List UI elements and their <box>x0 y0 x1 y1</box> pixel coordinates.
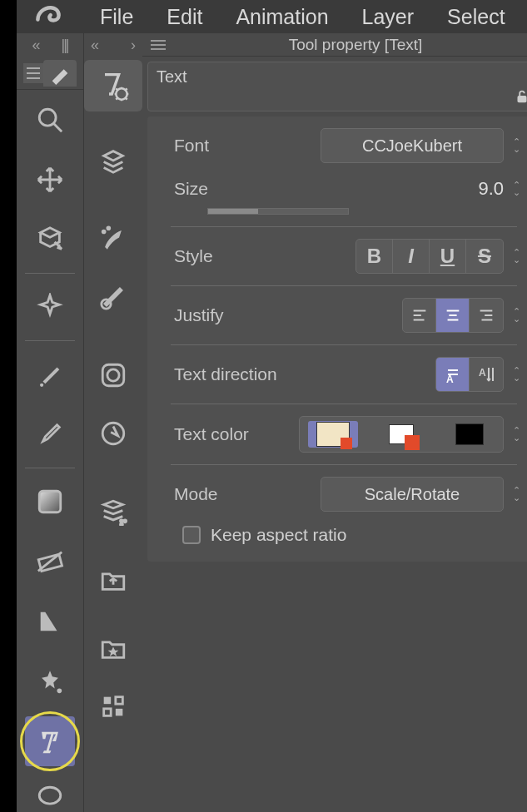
style-stepper[interactable]: ⌃⌄ <box>507 239 525 274</box>
aux-collapse-icon[interactable]: « <box>91 37 99 54</box>
layers-icon[interactable] <box>84 135 142 186</box>
pen-tab-icon[interactable] <box>43 60 77 87</box>
app-logo-icon <box>33 0 67 33</box>
text-color-label: Text color <box>174 424 299 444</box>
layer-stack-icon[interactable] <box>84 486 142 537</box>
font-dropdown[interactable]: CCJoeKubert <box>321 128 504 163</box>
menu-select[interactable]: Select <box>447 5 505 29</box>
subtool-text-settings[interactable] <box>84 60 142 111</box>
svg-point-7 <box>39 787 61 804</box>
style-button-group: B I U S <box>355 239 504 274</box>
figure-tool[interactable] <box>25 597 75 646</box>
vertical-direction-button[interactable]: A <box>470 358 503 391</box>
mode-label: Mode <box>174 484 299 504</box>
svg-point-18 <box>121 523 123 526</box>
text-direction-row: Text direction A A ⌃⌄ <box>154 355 527 394</box>
correct-line-tool[interactable] <box>25 537 75 587</box>
svg-point-6 <box>57 689 62 694</box>
aux-expand-icon[interactable]: › <box>131 37 136 54</box>
grid-icon[interactable] <box>84 681 142 732</box>
main-color-swatch[interactable] <box>308 421 358 448</box>
font-label: Font <box>174 136 299 156</box>
color-stepper[interactable]: ⌃⌄ <box>507 417 525 452</box>
underline-button[interactable]: U <box>430 240 466 273</box>
justify-label: Justify <box>174 305 299 325</box>
mode-dropdown[interactable]: Scale/Rotate <box>321 477 504 512</box>
subtool-header: Text <box>147 62 527 111</box>
menu-file[interactable]: File <box>100 5 133 29</box>
menu-layer[interactable]: Layer <box>362 5 415 29</box>
svg-rect-13 <box>102 364 124 386</box>
justify-row: Justify ⌃⌄ <box>154 296 527 334</box>
balloon-tool[interactable] <box>25 773 75 812</box>
zoom-tool[interactable] <box>25 95 75 145</box>
direction-stepper[interactable]: ⌃⌄ <box>507 357 525 392</box>
lock-icon[interactable] <box>513 87 527 106</box>
shape-circle-icon[interactable] <box>84 349 142 401</box>
svg-point-8 <box>116 88 127 99</box>
selection-tool[interactable] <box>25 282 75 332</box>
gradient-tool[interactable] <box>25 477 75 527</box>
svg-line-1 <box>53 123 62 131</box>
font-stepper[interactable]: ⌃⌄ <box>507 128 525 163</box>
strike-button[interactable]: S <box>466 240 503 273</box>
align-left-button[interactable] <box>403 299 436 332</box>
svg-rect-3 <box>39 491 61 512</box>
menu-animation[interactable]: Animation <box>236 5 328 29</box>
mode-row: Mode Scale/Rotate ⌃⌄ <box>154 475 527 513</box>
svg-rect-20 <box>116 697 123 705</box>
style-label: Style <box>174 246 299 266</box>
eyedropper-tool[interactable] <box>25 409 75 459</box>
direction-button-group: A A <box>435 357 504 392</box>
pen-tool[interactable] <box>25 349 75 399</box>
decoration-tool[interactable] <box>25 656 75 706</box>
align-right-button[interactable] <box>470 299 503 332</box>
size-label: Size <box>174 179 299 199</box>
menu-bar: File Edit Animation Layer Select <box>17 0 527 33</box>
color-swatch-group <box>299 416 504 453</box>
font-row: Font CCJoeKubert ⌃⌄ <box>154 126 527 165</box>
third-color-swatch[interactable] <box>445 421 495 448</box>
bold-button[interactable]: B <box>356 240 393 273</box>
size-value[interactable]: 9.0 <box>478 178 504 200</box>
subtool-palette: « › <box>83 33 142 812</box>
align-center-button[interactable] <box>436 299 470 332</box>
mode-stepper[interactable]: ⌃⌄ <box>507 477 525 512</box>
operation-tool[interactable] <box>25 215 75 265</box>
svg-point-17 <box>124 520 127 522</box>
keep-aspect-checkbox[interactable] <box>182 526 201 544</box>
brush-icon[interactable] <box>84 213 142 265</box>
svg-point-12 <box>104 302 107 305</box>
svg-rect-23 <box>518 96 527 102</box>
palette-grip-icon[interactable]: ||| <box>61 37 67 54</box>
svg-point-2 <box>40 384 43 387</box>
keep-aspect-row[interactable]: Keep aspect ratio <box>154 525 527 545</box>
favorite-folder-icon[interactable] <box>84 622 142 674</box>
horizontal-direction-button[interactable]: A <box>436 358 470 391</box>
menu-edit[interactable]: Edit <box>167 5 202 29</box>
palette-collapse-icon[interactable]: « <box>32 37 40 54</box>
tool-property-panel: Tool property [Text] Text Font CCJoeKube… <box>142 33 527 812</box>
justify-stepper[interactable]: ⌃⌄ <box>507 298 525 333</box>
svg-text:A: A <box>479 367 486 379</box>
svg-point-9 <box>102 230 105 233</box>
svg-point-10 <box>107 227 110 230</box>
target-brush-icon[interactable] <box>84 271 142 323</box>
subtool-name: Text <box>157 67 187 87</box>
svg-point-0 <box>39 109 56 126</box>
import-folder-icon[interactable] <box>84 554 142 606</box>
text-tool[interactable] <box>25 716 75 766</box>
svg-rect-19 <box>104 697 112 705</box>
italic-button[interactable]: I <box>393 240 430 273</box>
style-row: Style B I U S ⌃⌄ <box>154 237 527 275</box>
sub-color-swatch[interactable] <box>376 421 426 448</box>
panel-menu-icon[interactable] <box>151 40 166 50</box>
size-stepper[interactable]: ⌃⌄ <box>507 171 525 206</box>
size-row: Size 9.0 ⌃⌄ <box>154 170 527 216</box>
palette-menu-icon[interactable] <box>23 63 43 83</box>
move-tool[interactable] <box>25 155 75 205</box>
svg-point-16 <box>121 520 123 522</box>
size-slider[interactable] <box>207 208 349 215</box>
svg-rect-22 <box>116 709 123 716</box>
quick-access-icon[interactable] <box>84 408 142 459</box>
